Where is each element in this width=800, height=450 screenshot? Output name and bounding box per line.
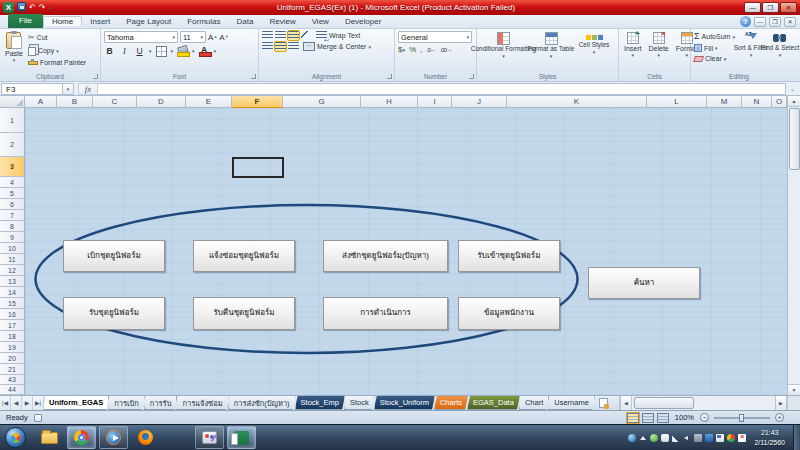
select-all-corner[interactable] bbox=[0, 96, 25, 108]
sheet-tab-egas-data[interactable]: EGAS_Data bbox=[467, 396, 520, 410]
selected-cell-f3[interactable] bbox=[232, 157, 284, 178]
align-top-button[interactable] bbox=[262, 31, 273, 40]
tray-bluetooth-icon[interactable] bbox=[705, 434, 713, 442]
show-desktop-button[interactable] bbox=[793, 425, 800, 450]
column-header[interactable]: D bbox=[137, 96, 186, 108]
column-header[interactable]: N bbox=[742, 96, 772, 108]
align-middle-button[interactable] bbox=[275, 31, 286, 40]
ribbon-tab-home[interactable]: Home bbox=[43, 16, 82, 26]
taskbar-item[interactable] bbox=[35, 426, 64, 449]
sheet-tab-kan-song-sak-panha[interactable]: การส่งซัก(ปัญหา) bbox=[228, 396, 296, 410]
shrink-font-button[interactable]: A▼ bbox=[219, 33, 228, 42]
column-header[interactable]: G bbox=[283, 96, 361, 108]
clipboard-dialog-launcher[interactable] bbox=[93, 74, 98, 79]
row-header[interactable]: 8 bbox=[0, 221, 25, 232]
column-header[interactable]: H bbox=[361, 96, 418, 108]
prev-sheet-button[interactable]: ◀ bbox=[11, 396, 22, 410]
row-header[interactable]: 15 bbox=[0, 298, 25, 309]
paste-button[interactable]: Paste ▾ bbox=[3, 31, 25, 71]
tray-app-icon[interactable] bbox=[628, 434, 636, 442]
shape-button-withdraw-uniform[interactable]: เบิกชุดยูนิฟอร์ม bbox=[63, 240, 165, 272]
shape-button-receive-uniform[interactable]: รับชุดยูนิฟอร์ม bbox=[63, 297, 165, 330]
row-header[interactable]: 13 bbox=[0, 276, 25, 287]
last-sheet-button[interactable]: ▶| bbox=[33, 396, 44, 410]
ribbon-tab-formulas[interactable]: Formulas bbox=[179, 17, 228, 26]
delete-cells-button[interactable]: Delete ▾ bbox=[647, 31, 671, 71]
align-left-button[interactable] bbox=[262, 42, 273, 51]
font-color-button[interactable]: A bbox=[199, 46, 210, 57]
column-header[interactable]: K bbox=[507, 96, 647, 108]
font-dialog-launcher[interactable] bbox=[251, 74, 256, 79]
help-icon[interactable]: ? bbox=[740, 16, 751, 27]
column-header[interactable]: F bbox=[232, 96, 283, 108]
save-button[interactable] bbox=[17, 2, 26, 14]
column-header[interactable]: C bbox=[93, 96, 137, 108]
tray-action-center-icon[interactable] bbox=[716, 434, 724, 442]
copy-button[interactable]: Copy▾ bbox=[28, 45, 86, 56]
sheet-tab-kan-boek[interactable]: การเบิก bbox=[108, 396, 145, 410]
shape-button-operations[interactable]: การดำเนินการ bbox=[323, 297, 448, 330]
ribbon-tab-data[interactable]: Data bbox=[229, 17, 262, 26]
percent-style-button[interactable]: % bbox=[409, 45, 416, 55]
shape-button-search[interactable]: ค้นหา bbox=[588, 267, 700, 299]
tray-chrome-icon[interactable] bbox=[727, 434, 735, 442]
row-header[interactable]: 20 bbox=[0, 353, 25, 364]
workbook-close-button[interactable]: ✕ bbox=[784, 17, 796, 27]
tray-device-icon[interactable] bbox=[694, 434, 702, 442]
undo-button[interactable]: ↶ bbox=[29, 3, 36, 13]
close-button[interactable]: ✕ bbox=[780, 2, 797, 13]
autosum-button[interactable]: ΣAutoSum▾ bbox=[694, 32, 735, 41]
shape-button-send-laundry-problem[interactable]: ส่งซักชุดยูนิฟอร์ม(ปัญหา) bbox=[323, 240, 448, 272]
row-header[interactable]: 43 bbox=[0, 375, 25, 385]
format-painter-button[interactable]: Format Painter bbox=[28, 59, 86, 66]
shape-button-receive-return-uniform[interactable]: รับคืนชุดยูนิฟอร์ม bbox=[193, 297, 295, 330]
tray-message-icon[interactable] bbox=[661, 434, 669, 442]
row-header[interactable]: 17 bbox=[0, 320, 25, 331]
next-sheet-button[interactable]: ▶ bbox=[22, 396, 33, 410]
macro-record-icon[interactable] bbox=[34, 414, 42, 422]
minimize-button[interactable]: — bbox=[744, 2, 761, 13]
sheet-tab-username[interactable]: Username bbox=[548, 396, 595, 410]
taskbar-item[interactable] bbox=[195, 426, 224, 449]
formula-bar-expand-icon[interactable]: ⌄ bbox=[786, 85, 799, 92]
comma-style-button[interactable]: , bbox=[420, 45, 422, 55]
ribbon-tab-page-layout[interactable]: Page Layout bbox=[118, 17, 179, 26]
column-header[interactable]: O bbox=[772, 96, 787, 108]
column-header[interactable]: L bbox=[647, 96, 707, 108]
borders-button[interactable] bbox=[156, 46, 167, 57]
insert-cells-button[interactable]: Insert ▾ bbox=[622, 31, 644, 71]
ribbon-tab-insert[interactable]: Insert bbox=[82, 17, 118, 26]
scroll-left-icon[interactable]: ◀ bbox=[620, 396, 632, 410]
find-select-button[interactable]: Find & Select ▾ bbox=[767, 31, 793, 71]
zoom-level[interactable]: 100% bbox=[675, 413, 694, 422]
shape-button-receive-in-uniform[interactable]: รับเข้าชุดยูนิฟอร์ม bbox=[458, 240, 560, 272]
taskbar-clock[interactable]: 21:43 2/11/2560 bbox=[754, 428, 785, 447]
conditional-formatting-button[interactable]: Conditional Formatting ▾ bbox=[480, 31, 527, 71]
scroll-down-icon[interactable]: ▼ bbox=[788, 384, 800, 395]
align-right-button[interactable] bbox=[288, 42, 299, 51]
row-header[interactable]: 4 bbox=[0, 177, 25, 188]
cut-button[interactable]: ✂Cut bbox=[28, 33, 86, 42]
vertical-scroll-thumb[interactable] bbox=[789, 108, 800, 170]
shape-button-employee-data[interactable]: ข้อมูลพนักงาน bbox=[458, 297, 560, 330]
taskbar-item[interactable] bbox=[227, 426, 256, 449]
accounting-format-button[interactable]: $▾ bbox=[398, 45, 405, 55]
taskbar-item[interactable] bbox=[131, 426, 160, 449]
orientation-button[interactable] bbox=[301, 31, 312, 40]
sheet-tab-kan-chaeng-som[interactable]: การแจ้งซ่อม bbox=[176, 396, 228, 410]
row-header[interactable]: 6 bbox=[0, 199, 25, 210]
merge-center-button[interactable]: Merge & Center ▾ bbox=[303, 42, 371, 51]
alignment-dialog-launcher[interactable] bbox=[387, 74, 392, 79]
decrease-decimal-button[interactable]: .00→ bbox=[440, 45, 452, 55]
row-header[interactable]: 11 bbox=[0, 254, 25, 265]
font-family-combo[interactable]: Tahoma▾ bbox=[104, 31, 178, 43]
row-header[interactable]: 12 bbox=[0, 265, 25, 276]
underline-button[interactable]: U bbox=[134, 45, 145, 57]
zoom-out-button[interactable]: − bbox=[700, 413, 709, 422]
ribbon-tab-view[interactable]: View bbox=[304, 17, 337, 26]
ribbon-tab-developer[interactable]: Developer bbox=[337, 17, 389, 26]
tray-volume-icon[interactable] bbox=[683, 434, 691, 442]
tray-overflow-arrow-icon[interactable] bbox=[639, 434, 647, 442]
tray-alert-icon[interactable] bbox=[738, 434, 746, 442]
grow-font-button[interactable]: A▲ bbox=[208, 33, 217, 42]
